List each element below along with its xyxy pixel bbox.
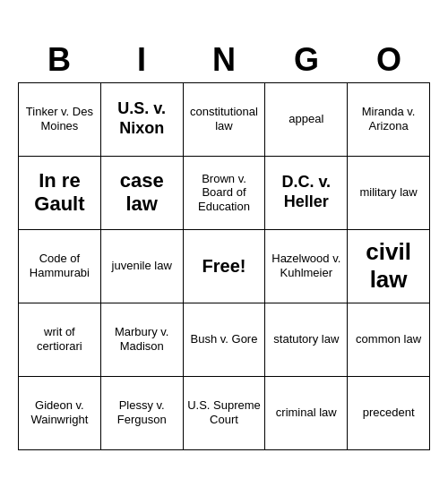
bingo-cell-7[interactable]: Brown v. Board of Education bbox=[184, 157, 266, 230]
bingo-cell-18[interactable]: statutory law bbox=[265, 303, 348, 377]
header-g: G bbox=[265, 38, 348, 82]
bingo-cell-24[interactable]: precedent bbox=[348, 377, 430, 450]
bingo-cell-11[interactable]: juvenile law bbox=[101, 230, 184, 303]
header-n: N bbox=[183, 38, 265, 82]
bingo-cell-14[interactable]: civil law bbox=[348, 230, 430, 303]
bingo-cell-2[interactable]: constitutional law bbox=[184, 83, 266, 157]
bingo-cell-12[interactable]: Free! bbox=[184, 230, 266, 303]
bingo-cell-19[interactable]: common law bbox=[348, 303, 430, 377]
bingo-cell-0[interactable]: Tinker v. Des Moines bbox=[19, 83, 101, 157]
bingo-cell-4[interactable]: Miranda v. Arizona bbox=[348, 83, 430, 157]
bingo-cell-8[interactable]: D.C. v. Heller bbox=[265, 157, 348, 230]
bingo-cell-6[interactable]: case law bbox=[101, 157, 184, 230]
bingo-cell-13[interactable]: Hazelwood v. Kuhlmeier bbox=[265, 230, 348, 303]
bingo-cell-16[interactable]: Marbury v. Madison bbox=[101, 303, 184, 377]
bingo-cell-9[interactable]: military law bbox=[348, 157, 430, 230]
bingo-cell-5[interactable]: In re Gault bbox=[19, 157, 101, 230]
bingo-cell-22[interactable]: U.S. Supreme Court bbox=[184, 377, 266, 450]
bingo-cell-17[interactable]: Bush v. Gore bbox=[184, 303, 266, 377]
header-o: O bbox=[348, 38, 430, 82]
bingo-cell-1[interactable]: U.S. v. Nixon bbox=[101, 83, 184, 157]
bingo-cell-21[interactable]: Plessy v. Ferguson bbox=[101, 377, 184, 450]
bingo-grid: Tinker v. Des MoinesU.S. v. Nixonconstit… bbox=[18, 82, 430, 450]
header-i: I bbox=[100, 38, 183, 82]
bingo-header: B I N G O bbox=[18, 38, 430, 82]
bingo-cell-10[interactable]: Code of Hammurabi bbox=[19, 230, 101, 303]
bingo-cell-3[interactable]: appeal bbox=[265, 83, 348, 157]
bingo-cell-15[interactable]: writ of certiorari bbox=[19, 303, 101, 377]
bingo-cell-23[interactable]: criminal law bbox=[265, 377, 348, 450]
bingo-cell-20[interactable]: Gideon v. Wainwright bbox=[19, 377, 101, 450]
bingo-board: B I N G O Tinker v. Des MoinesU.S. v. Ni… bbox=[18, 38, 430, 450]
header-b: B bbox=[18, 38, 100, 82]
